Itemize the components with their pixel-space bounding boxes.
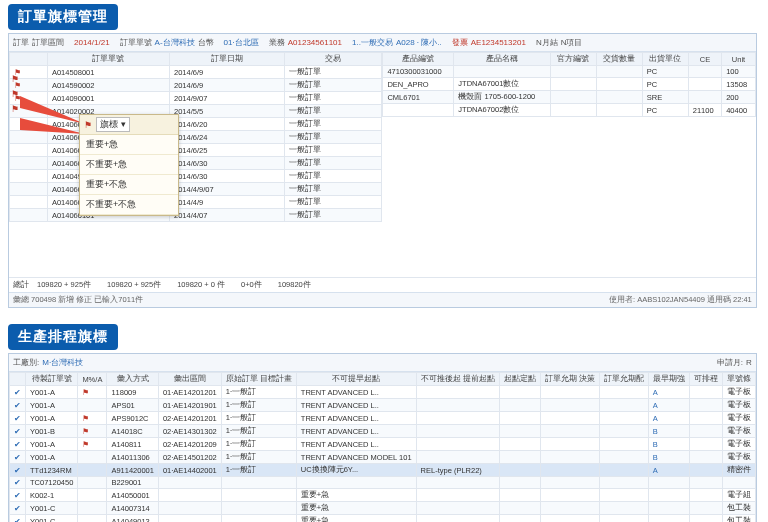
col-header[interactable]: 彙出區間 (158, 373, 221, 386)
field-value: A028 · 陳小.. (396, 37, 442, 48)
field-value: 2014/1/21 (74, 38, 110, 47)
field-value: A-台灣科技 (155, 37, 195, 48)
col-header[interactable]: 出貨單位 (642, 53, 688, 66)
order-list[interactable]: 訂單單號訂單日期交易 ⚑A0145080012014/6/9一般訂單⚑A0145… (9, 52, 382, 277)
panel-c: 工廠別:M·台灣科技 申請月:R 待製訂單號M%/A彙入方式彙出區間原始訂單 目… (8, 353, 757, 522)
flag-dropdown[interactable]: 旗標 ▾ (96, 117, 130, 132)
order-detail-grid[interactable]: 產品編號 產品名稱 官方編號 交貨數量 出貨單位 CE Unit 4710300… (382, 52, 755, 277)
schedule-grid[interactable]: 待製訂單號M%/A彙入方式彙出區間原始訂單 目標計畫不可提早起點不可推後起 提前… (9, 372, 756, 522)
table-row[interactable]: ✔Y001-A⚑A14081102·AE142012091·一般訂TRENT A… (10, 438, 756, 451)
col-header[interactable]: 交貨數量 (596, 53, 642, 66)
status-right: 使用者: AABS102JAN54409 通用碼 22:41 (609, 295, 752, 305)
flag-icon: ⚑ (11, 104, 19, 114)
field-value: 01·台北區 (224, 37, 259, 48)
col-header[interactable]: 產品編號 (383, 53, 454, 66)
table-row[interactable]: ⚑A0140900012014/9/07一般訂單 (10, 92, 382, 105)
table-row[interactable]: ✔Y001-AAPS0101·AE142019011·一般訂TRENT ADVA… (10, 399, 756, 412)
field-value: A01234561101 (288, 38, 342, 47)
table-row[interactable]: ✔Y001-CA14049013重要+急包工裝 (10, 515, 756, 523)
field-label: 訂單 (13, 37, 29, 48)
col-header[interactable]: M%/A (78, 373, 107, 386)
field-label: 發票 (452, 37, 468, 48)
field-label: 工廠別: (13, 357, 39, 368)
table-row[interactable]: A0140603012014/4/9/07一般訂單 (10, 183, 382, 196)
col-header[interactable]: 交易 (285, 53, 382, 66)
col-header[interactable]: 待製訂單號 (26, 373, 78, 386)
table-row[interactable]: A0140605012014/6/25一般訂單 (10, 144, 382, 157)
col-header[interactable]: 最早期強 (648, 373, 689, 386)
panel-a-header: 訂單訂單區間 2014/1/21 訂單單號A-台灣科技台幣 01·台北區 業務A… (9, 34, 756, 52)
table-row[interactable]: DEN_APROJTDNA67001數位PC13508 (383, 78, 755, 91)
col-header[interactable]: 訂單日期 (170, 53, 285, 66)
table-row[interactable]: A0140607012014/6/20一般訂單 (10, 118, 382, 131)
flag-dropdown-callout: ⚑ 旗標 ▾ 重要+急 不重要+急 重要+不急 不重要+不急 (79, 114, 179, 216)
col-header[interactable]: 產品名稱 (454, 53, 550, 66)
table-row[interactable]: A0140602012014/4/9一般訂單 (10, 196, 382, 209)
panel-a-row-flags: ⚑ ⚑ ⚑ (11, 74, 19, 114)
table-row[interactable]: A0140604012014/6/30一般訂單 (10, 157, 382, 170)
table-row[interactable]: ✔Y001-A⚑APS9012C02·AE142012011·一般訂TRENT … (10, 412, 756, 425)
col-header[interactable]: 不可提早起點 (296, 373, 416, 386)
field-value: R (746, 358, 752, 367)
field-value: 台幣 (198, 37, 214, 48)
table-row[interactable]: ✔K002-1A14050001重要+急電子組 (10, 489, 756, 502)
panel-a-totals: 總計109820 + 925件109820 + 925件109820 + 0 件… (9, 277, 756, 292)
field-value: 訂單區間 (32, 37, 64, 48)
col-header[interactable]: 官方編號 (550, 53, 596, 66)
table-row[interactable]: CML6701機殼面 1705-600-1200SRE200 (383, 91, 755, 104)
panel-a-title: 訂單旗標管理 (8, 4, 118, 30)
col-header[interactable] (10, 373, 26, 386)
table-row[interactable]: ✔Y001-CA14007314重要+急包工裝 (10, 502, 756, 515)
panel-c-header: 工廠別:M·台灣科技 申請月:R (9, 354, 756, 372)
field-value: 1..一般交易 (352, 37, 393, 48)
table-row[interactable]: A0140606012014/6/24一般訂單 (10, 131, 382, 144)
flag-icon: ⚑ (11, 74, 19, 84)
table-row[interactable]: ⚑A0145900022014/6/9一般訂單 (10, 79, 382, 92)
panel-c-title: 生產排程旗標 (8, 324, 118, 350)
table-row[interactable]: A0140601012014/4/07一般訂單 (10, 209, 382, 222)
flag-option[interactable]: 不重要+不急 (80, 195, 178, 215)
col-header[interactable]: 可排程 (689, 373, 722, 386)
field-value: N月結 (536, 37, 558, 48)
col-header[interactable]: 不可推後起 提前起點 (416, 373, 499, 386)
status-left: 彙總 700498 新增 修正 已輸入7011件 (13, 295, 143, 305)
col-header[interactable]: 訂單允期 決策 (540, 373, 599, 386)
flag-option[interactable]: 不重要+急 (80, 155, 178, 175)
field-value: M·台灣科技 (42, 357, 83, 368)
field-label: 業務 (269, 37, 285, 48)
field-value: N項目 (561, 37, 583, 48)
table-row[interactable]: ✔Y001-AA1401130602·AE145012021·一般訂TRENT … (10, 451, 756, 464)
col-header[interactable]: 訂單允期配 (599, 373, 648, 386)
col-header[interactable]: CE (688, 53, 721, 66)
col-header[interactable]: 單號條 (722, 373, 755, 386)
flag-option[interactable]: 重要+不急 (80, 175, 178, 195)
table-row[interactable]: A0140200022014/5/5一般訂單 (10, 105, 382, 118)
panel-a: ⚑ ⚑ ⚑ ⚑ 旗標 ▾ 重要+急 不重要+急 重要+不急 不重要+不急 (8, 33, 757, 308)
field-value: AE1234513201 (471, 38, 526, 47)
table-row[interactable]: ✔TTd1234RMA91142000101·AE144020011·一般訂UC… (10, 464, 756, 477)
col-header[interactable]: 訂單單號 (47, 53, 169, 66)
flag-icon: ⚑ (84, 120, 92, 130)
table-row[interactable]: ✔TC07120450B229001 (10, 477, 756, 489)
table-row[interactable]: A0140490012014/6/30一般訂單 (10, 170, 382, 183)
field-label: 訂單單號 (120, 37, 152, 48)
table-row[interactable]: ✔Y001-B⚑A14018C02·AE143013021·一般訂TRENT A… (10, 425, 756, 438)
table-row[interactable]: ✔Y001-A⚑11800901·AE142012011·一般訂TRENT AD… (10, 386, 756, 399)
col-header[interactable]: 起點定點 (499, 373, 540, 386)
col-header[interactable]: Unit (722, 53, 756, 66)
table-row[interactable]: JTDNA67002數位PC2110040400 (383, 104, 755, 117)
table-row[interactable]: 4710300031000PC100 (383, 66, 755, 78)
col-header[interactable]: 原始訂單 目標計畫 (221, 373, 296, 386)
flag-icon: ⚑ (11, 89, 19, 99)
table-row[interactable]: ⚑A0145080012014/6/9一般訂單 (10, 66, 382, 79)
field-label: 申請月: (717, 357, 743, 368)
flag-option[interactable]: 重要+急 (80, 135, 178, 155)
col-header[interactable]: 彙入方式 (107, 373, 159, 386)
